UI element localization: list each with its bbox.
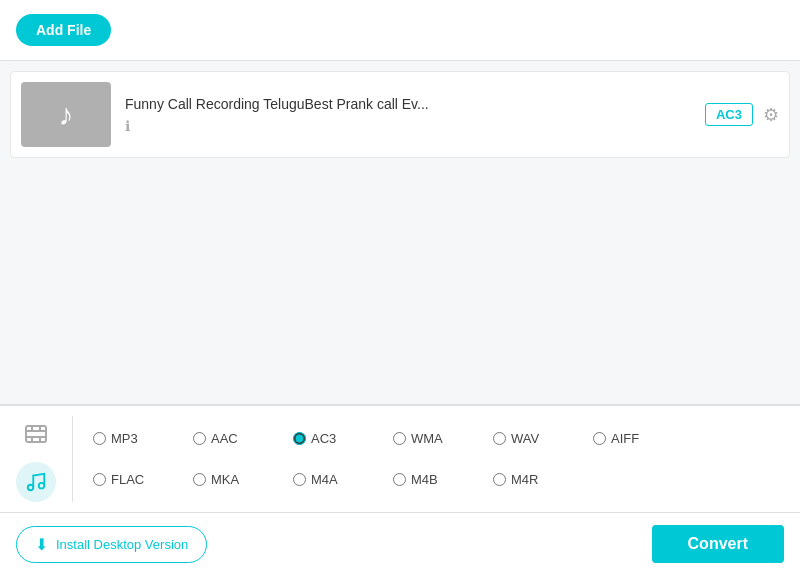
format-radio-flac[interactable] bbox=[93, 473, 106, 486]
format-label-aac: AAC bbox=[211, 431, 238, 446]
file-actions: AC3 ⚙ bbox=[705, 103, 779, 126]
settings-icon[interactable]: ⚙ bbox=[763, 104, 779, 126]
format-radio-mka[interactable] bbox=[193, 473, 206, 486]
header: Add File bbox=[0, 0, 800, 60]
file-list-area: ♪ Funny Call Recording TeluguBest Prank … bbox=[0, 60, 800, 405]
format-label-mp3: MP3 bbox=[111, 431, 138, 446]
svg-point-7 bbox=[28, 485, 34, 491]
format-option-flac[interactable]: FLAC bbox=[93, 469, 193, 490]
file-thumbnail: ♪ bbox=[21, 82, 111, 147]
svg-rect-0 bbox=[26, 426, 46, 442]
format-label-m4a: M4A bbox=[311, 472, 338, 487]
format-label-wav: WAV bbox=[511, 431, 539, 446]
film-icon bbox=[24, 422, 48, 446]
format-radio-m4r[interactable] bbox=[493, 473, 506, 486]
audio-tab[interactable] bbox=[16, 462, 56, 502]
video-tab[interactable] bbox=[18, 416, 54, 452]
format-radio-m4a[interactable] bbox=[293, 473, 306, 486]
file-item: ♪ Funny Call Recording TeluguBest Prank … bbox=[10, 71, 790, 158]
format-label-m4r: M4R bbox=[511, 472, 538, 487]
format-radio-aac[interactable] bbox=[193, 432, 206, 445]
download-icon: ⬇ bbox=[35, 535, 48, 554]
music-icon bbox=[25, 471, 47, 493]
format-label-mka: MKA bbox=[211, 472, 239, 487]
action-bar: ⬇ Install Desktop Version Convert bbox=[0, 513, 800, 575]
install-desktop-button[interactable]: ⬇ Install Desktop Version bbox=[16, 526, 207, 563]
format-option-mka[interactable]: MKA bbox=[193, 469, 293, 490]
format-label-flac: FLAC bbox=[111, 472, 144, 487]
format-option-mp3[interactable]: MP3 bbox=[93, 428, 193, 449]
file-info: Funny Call Recording TeluguBest Prank ca… bbox=[125, 96, 705, 134]
format-options: MP3AACAC3WMAWAVAIFFFLACMKAM4AM4BM4R bbox=[73, 416, 800, 502]
format-radio-wav[interactable] bbox=[493, 432, 506, 445]
format-radio-aiff[interactable] bbox=[593, 432, 606, 445]
format-option-ac3[interactable]: AC3 bbox=[293, 428, 393, 449]
convert-button[interactable]: Convert bbox=[652, 525, 784, 563]
info-icon[interactable]: ℹ bbox=[125, 118, 705, 134]
format-radio-m4b[interactable] bbox=[393, 473, 406, 486]
media-type-tabs bbox=[0, 416, 73, 502]
format-option-aac[interactable]: AAC bbox=[193, 428, 293, 449]
format-selector: MP3AACAC3WMAWAVAIFFFLACMKAM4AM4BM4R bbox=[0, 406, 800, 513]
format-label-aiff: AIFF bbox=[611, 431, 639, 446]
format-label-m4b: M4B bbox=[411, 472, 438, 487]
format-label-ac3: AC3 bbox=[311, 431, 336, 446]
add-file-button[interactable]: Add File bbox=[16, 14, 111, 46]
format-option-aiff[interactable]: AIFF bbox=[593, 428, 693, 449]
svg-point-8 bbox=[39, 483, 45, 489]
format-option-wav[interactable]: WAV bbox=[493, 428, 593, 449]
format-option-wma[interactable]: WMA bbox=[393, 428, 493, 449]
format-option-m4b[interactable]: M4B bbox=[393, 469, 493, 490]
music-note-icon: ♪ bbox=[59, 98, 74, 132]
bottom-panel: MP3AACAC3WMAWAVAIFFFLACMKAM4AM4BM4R ⬇ In… bbox=[0, 405, 800, 575]
format-option-m4r[interactable]: M4R bbox=[493, 469, 593, 490]
format-option-m4a[interactable]: M4A bbox=[293, 469, 393, 490]
format-label-wma: WMA bbox=[411, 431, 443, 446]
file-name: Funny Call Recording TeluguBest Prank ca… bbox=[125, 96, 705, 112]
format-radio-ac3[interactable] bbox=[293, 432, 306, 445]
format-badge-button[interactable]: AC3 bbox=[705, 103, 753, 126]
format-radio-mp3[interactable] bbox=[93, 432, 106, 445]
format-radio-wma[interactable] bbox=[393, 432, 406, 445]
install-label: Install Desktop Version bbox=[56, 537, 188, 552]
